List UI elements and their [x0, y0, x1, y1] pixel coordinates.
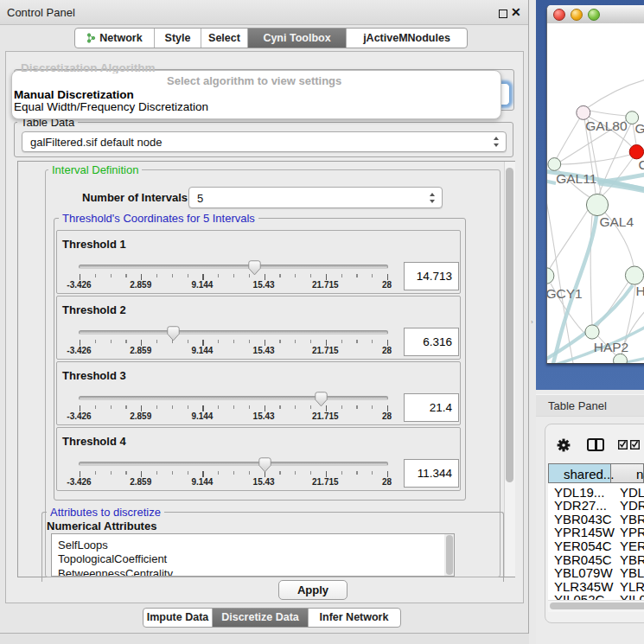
svg-text:GAL4: GAL4	[599, 214, 634, 229]
svg-text:GA: GA	[635, 121, 644, 136]
svg-text:HAP2: HAP2	[594, 340, 629, 354]
svg-text:HI: HI	[636, 284, 644, 298]
svg-text:CD: CD	[639, 157, 644, 172]
svg-text:GAL11: GAL11	[556, 171, 596, 186]
svg-text:GAL80: GAL80	[585, 118, 628, 133]
svg-text:GCY1: GCY1	[547, 286, 583, 301]
